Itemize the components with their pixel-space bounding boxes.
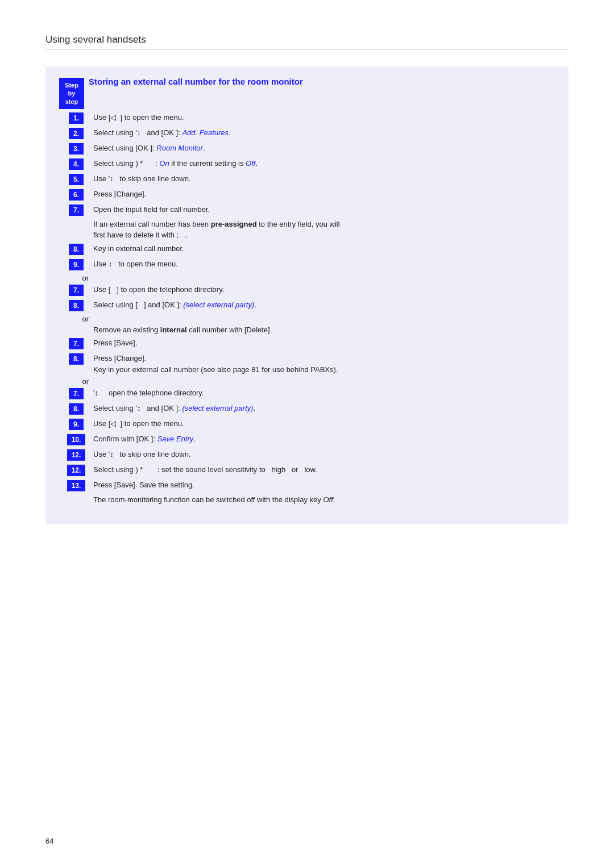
step-number: 12. [67,465,85,476]
page-number: 64 [45,837,53,845]
step-text: Use [◁ ] to open the menu. [93,111,555,123]
step-row: 1. Use [◁ ] to open the menu. [59,111,555,125]
step-row: 5. Use '↕ to skip one line down. [59,173,555,186]
step-row: 13. Press [Save]. Save the setting. [59,479,555,493]
or-divider: or [59,274,555,282]
step-number: 8. [69,300,84,311]
step-number: 12. [67,449,85,461]
step-row: 7. '↕ open the telephone directory. [59,387,555,400]
step-text: Use '↕ to skip one line down. [93,173,555,185]
procedure-title: Storing an external call number for the … [89,77,303,86]
step-num-cell: 10. [59,433,93,446]
room-monitor-link: Room Monitor [156,144,203,152]
step-num-cell: 6. [59,188,93,202]
step-row: 12. Use '↕ to skip one line down. [59,448,555,462]
step-text: Press [Save]. Save the setting. [93,479,555,491]
step-num-cell: 9. [59,418,93,431]
final-note: The room-monitoring function can be swit… [93,494,555,506]
step-text: Use ↕ to open the menu. [93,258,555,270]
remove-internal-note: Remove an existing internal call number … [93,324,555,336]
step-text: Confirm with [OK ]: Save Entry. [93,433,555,445]
step-text: Select using ) * : set the sound level s… [93,464,555,475]
step-label-line2: by [68,90,76,97]
step-row: 12. Select using ) * : set the sound lev… [59,464,555,477]
step-number: 1. [69,112,84,124]
step-row: 7. Open the input field for call number. [59,203,555,217]
step-text: '↕ open the telephone directory. [93,387,555,399]
step-num-cell: 7. [59,203,93,217]
step-number: 4. [69,158,84,170]
step-number: 6. [69,189,84,201]
step-num-cell: 1. [59,111,93,125]
step-row: 9. Use [◁ ] to open the menu. [59,418,555,431]
or-label: or [59,315,93,323]
step-num-cell: 7. [59,283,93,297]
step-num-cell: 8. [59,402,93,416]
off-link: Off [323,495,333,504]
step-text: Select using '↕ and [OK ]: (select exter… [93,402,555,414]
step-text: Press [Change]. Key in your external cal… [93,352,555,375]
step-row: 7. Press [Save]. [59,337,555,350]
step-text: Press [Save]. [93,337,555,349]
step-num-cell: 12. [59,464,93,477]
step-num-cell: 7. [59,387,93,400]
step-number: 8. [69,244,84,255]
step-text: Select using [OK ]: Room Monitor. [93,142,555,154]
step-number: 9. [69,419,84,430]
step-row: 8. Key in external call number. [59,243,555,256]
step-number: 2. [69,128,84,139]
step-text: Use '↕ to skip one line down. [93,448,555,460]
step-num-cell: 4. [59,157,93,171]
step-row: 4. Select using ) * : On if the current … [59,157,555,171]
step-row: 10. Confirm with [OK ]: Save Entry. [59,433,555,446]
or-label: or [59,377,93,386]
step-num-cell: 9. [59,258,93,272]
internal-bold: internal [160,326,187,334]
select-external-party-link2: (select external party) [182,404,253,412]
step-row: 2. Select using '↕ and [OK ]: Add. Featu… [59,127,555,140]
step-label-line1: Step [65,82,78,89]
step-number: 13. [67,480,85,491]
save-entry-link: Save Entry [157,435,194,443]
or-divider: or [59,377,555,386]
indent-note: If an external call number has been pre-… [93,219,555,241]
step-num-cell: 8. [59,243,93,256]
or-divider: or [59,315,555,323]
add-features-link: Add. Features [182,128,229,137]
step-num-cell: 3. [59,142,93,156]
step-num-cell: 7. [59,337,93,350]
section-title: Using several handsets [45,34,569,49]
step-text: Open the input field for call number. [93,203,555,215]
step-number: 8. [69,403,84,415]
or-label: or [59,274,93,282]
step-row: 6. Press [Change]. [59,188,555,202]
page: Using several handsets Step by step Stor… [0,0,614,868]
header-row: Step by step Storing an external call nu… [59,77,555,109]
step-num-cell: 5. [59,173,93,186]
select-external-party-link: (select external party) [183,301,254,309]
step-label-line3: step [65,98,78,105]
step-text: Use [ ] to open the telephone directory. [93,283,555,295]
step-row: 3. Select using [OK ]: Room Monitor. [59,142,555,156]
step-number: 5. [69,174,84,185]
step-number: 8. [69,353,84,365]
step-text: Select using '↕ and [OK ]: Add. Features… [93,127,555,139]
content-box: Step by step Storing an external call nu… [45,66,569,524]
step-row: 7. Use [ ] to open the telephone directo… [59,283,555,297]
off-value: Off [246,159,255,168]
step-text: Select using ) * : On if the current set… [93,157,555,169]
step-num-cell: 8. [59,352,93,366]
step-num-cell: 8. [59,299,93,312]
step-row: 8. Select using [ ] and [OK ]: (select e… [59,299,555,312]
step-text: Select using [ ] and [OK ]: (select exte… [93,299,555,311]
step-num-cell: 12. [59,448,93,462]
step-by-step-label: Step by step [59,78,84,109]
step-number: 3. [69,143,84,155]
step-number: 9. [69,259,84,270]
pre-assigned-bold: pre-assigned [211,220,257,228]
step-row: 8. Select using '↕ and [OK ]: (select ex… [59,402,555,416]
step-number: 7. [69,285,84,296]
on-value: On [159,159,169,168]
step-number: 7. [69,388,84,399]
step-number: 7. [69,205,84,216]
